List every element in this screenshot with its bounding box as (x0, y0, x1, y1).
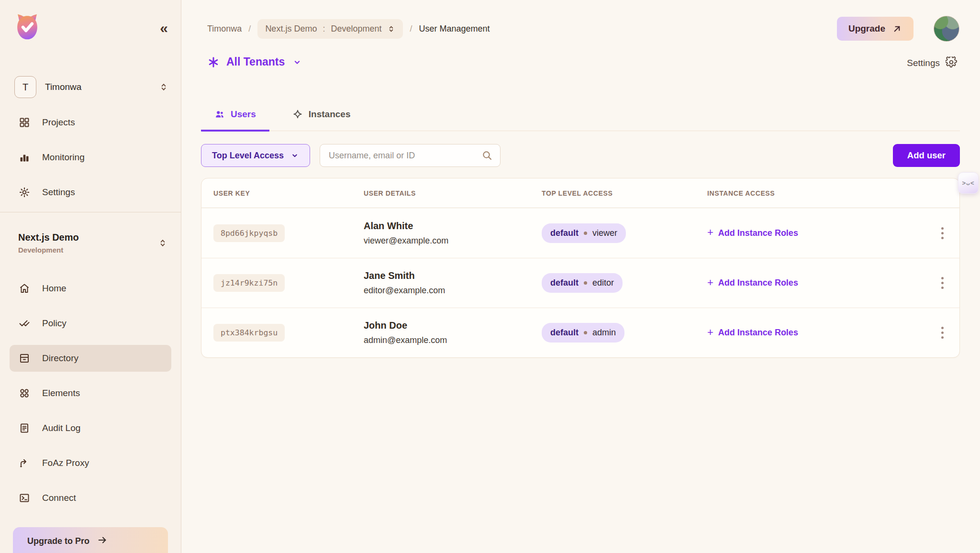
terminal-icon (18, 492, 31, 504)
sidebar-item-foaz-proxy[interactable]: FoAz Proxy (10, 450, 171, 476)
updown-chevron-icon (387, 25, 395, 33)
breadcrumb-colon: : (323, 24, 325, 34)
table-row: jz14r9kzi75n Jane Smith editor@example.c… (201, 258, 959, 308)
sidebar: « T Timonwa Projects Monitoring (0, 0, 181, 553)
chevron-down-icon (292, 57, 302, 67)
project-environment: Development (18, 246, 158, 254)
add-user-button[interactable]: Add user (893, 144, 960, 167)
row-menu-button[interactable] (934, 222, 951, 243)
sidebar-item-directory[interactable]: Directory (10, 345, 171, 372)
bar-chart-icon (18, 151, 31, 164)
sidebar-item-label: Connect (42, 493, 76, 503)
breadcrumb-project-env-selector[interactable]: Next.js Demo : Development (257, 19, 403, 39)
tenant-selector-label: All Tenants (226, 55, 285, 68)
tenant-selector[interactable]: All Tenants (207, 55, 302, 68)
badge-dot (584, 232, 587, 235)
filter-row: Top Level Access Add user (201, 144, 960, 167)
asterisk-icon (207, 56, 220, 68)
double-check-icon (18, 317, 31, 330)
sidebar-item-projects[interactable]: Projects (10, 109, 171, 136)
top-level-access-filter[interactable]: Top Level Access (201, 144, 310, 167)
topbar: Timonwa / Next.js Demo : Development / U… (207, 15, 959, 42)
tab-bar: Users Instances (201, 99, 960, 131)
route-icon (18, 457, 31, 469)
org-selector[interactable]: T Timonwa (14, 76, 168, 99)
breadcrumb-environment: Development (331, 24, 381, 34)
user-name: Alan White (364, 221, 542, 232)
user-email: viewer@example.com (364, 236, 542, 246)
add-instance-roles-link[interactable]: + Add Instance Roles (707, 228, 798, 238)
home-icon (18, 282, 31, 295)
sparkle-icon (292, 109, 303, 120)
search-input[interactable] (320, 144, 501, 167)
plus-icon: + (707, 327, 713, 338)
column-header-user-key: USER KEY (213, 189, 364, 197)
add-instance-roles-link[interactable]: + Add Instance Roles (707, 328, 798, 338)
sidebar-item-elements[interactable]: Elements (10, 380, 171, 407)
sidebar-item-label: Directory (42, 353, 78, 364)
user-name: Jane Smith (364, 270, 542, 281)
sidebar-item-home[interactable]: Home (10, 275, 171, 302)
sidebar-item-label: Settings (42, 187, 75, 198)
sidebar-item-label: Home (42, 283, 67, 294)
breadcrumb-project: Next.js Demo (265, 24, 317, 34)
grid-icon (18, 116, 31, 129)
user-key-chip: ptx384krbgsu (213, 324, 285, 342)
filter-label: Top Level Access (212, 151, 284, 161)
badge-dot (584, 281, 587, 285)
updown-chevron-icon (158, 238, 167, 248)
breadcrumb-separator: / (410, 24, 412, 34)
sidebar-item-label: Monitoring (42, 152, 85, 163)
user-name: John Doe (364, 320, 542, 331)
sidebar-item-policy[interactable]: Policy (10, 310, 171, 337)
column-header-user-details: USER DETAILS (364, 189, 542, 197)
project-selector[interactable]: Next.js Demo Development (18, 232, 167, 254)
plus-icon: + (707, 277, 713, 288)
arrow-right-icon (97, 535, 108, 547)
breadcrumb-org[interactable]: Timonwa (207, 24, 242, 34)
sidebar-divider (0, 212, 181, 212)
sidebar-item-connect[interactable]: Connect (10, 485, 171, 511)
sidebar-item-monitoring[interactable]: Monitoring (10, 144, 171, 171)
user-email: editor@example.com (364, 286, 542, 296)
upgrade-to-pro-banner[interactable]: Upgrade to Pro (13, 527, 168, 553)
users-table: USER KEY USER DETAILS TOP LEVEL ACCESS I… (201, 178, 960, 358)
arrow-up-right-icon (892, 24, 902, 34)
workspace-settings-control[interactable]: Settings (907, 56, 957, 70)
badge-tenant: default (550, 278, 579, 288)
column-header-instance-access: INSTANCE ACCESS (707, 189, 911, 197)
gear-icon (18, 186, 31, 199)
row-menu-button[interactable] (934, 273, 951, 294)
breadcrumb: Timonwa / Next.js Demo : Development / U… (207, 19, 490, 39)
org-name: Timonwa (45, 82, 159, 92)
table-row: 8pd66jkpyqsb Alan White viewer@example.c… (201, 208, 959, 258)
sidebar-item-label: Elements (42, 388, 80, 398)
upgrade-button[interactable]: Upgrade (837, 17, 913, 41)
sidebar-item-label: Projects (42, 117, 75, 128)
plus-icon: + (707, 227, 713, 238)
tab-users[interactable]: Users (201, 99, 269, 132)
row-menu-button[interactable] (934, 322, 951, 343)
tab-instances[interactable]: Instances (279, 99, 364, 132)
sidebar-collapse-button[interactable]: « (160, 21, 167, 35)
project-name: Next.js Demo (18, 232, 158, 243)
sidebar-project-nav: Home Policy Directory Elements (10, 275, 171, 520)
add-instance-roles-link[interactable]: + Add Instance Roles (707, 278, 798, 288)
sidebar-item-audit-log[interactable]: Audit Log (10, 415, 171, 442)
face-glyph: >ᴗ< (962, 179, 974, 187)
main-content: Timonwa / Next.js Demo : Development / U… (181, 0, 980, 553)
tab-label: Instances (309, 109, 351, 120)
assistant-face-widget[interactable]: >ᴗ< (958, 172, 979, 194)
table-row: ptx384krbgsu John Doe admin@example.com … (201, 308, 959, 357)
settings-label: Settings (907, 58, 940, 68)
badge-tenant: default (550, 328, 579, 338)
sidebar-item-settings[interactable]: Settings (10, 179, 171, 206)
circles-grid-icon (18, 387, 31, 399)
access-badge: default admin (542, 323, 624, 343)
archive-icon (18, 352, 31, 365)
search-box (320, 144, 501, 167)
badge-tenant: default (550, 228, 579, 238)
user-avatar[interactable] (934, 16, 959, 42)
badge-role: admin (592, 328, 616, 338)
updown-chevron-icon (159, 82, 168, 92)
